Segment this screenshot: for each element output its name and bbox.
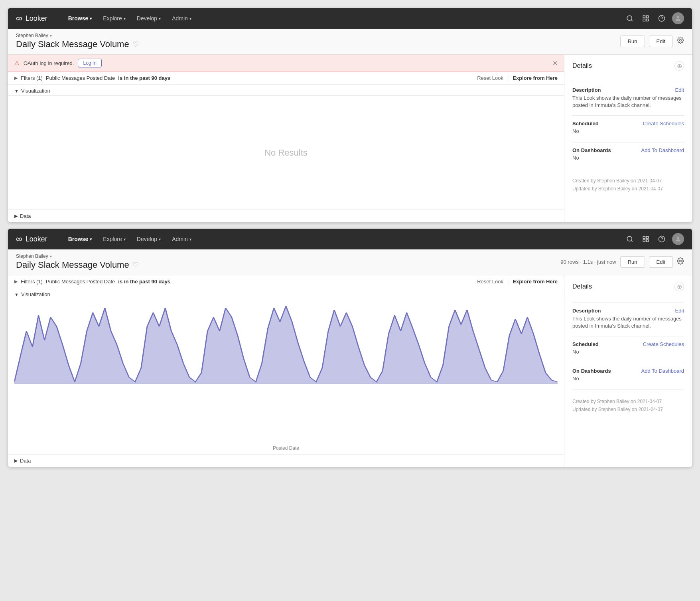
add-to-dashboard-button-1[interactable]: Add To Dashboard — [641, 147, 684, 153]
svg-rect-2 — [647, 16, 649, 18]
logo-1[interactable]: ∞ Looker — [16, 13, 47, 24]
look-header-left-2: Stephen Bailey ▾ Daily Slack Message Vol… — [16, 253, 139, 270]
svg-rect-4 — [647, 19, 649, 21]
alert-close-1[interactable]: ✕ — [552, 59, 558, 67]
viz-label-2: Visualization — [21, 291, 50, 297]
logo-icon-1: ∞ — [16, 13, 22, 24]
nav-explore-chevron-1: ▾ — [124, 16, 126, 21]
breadcrumb-text-2: Stephen Bailey — [16, 253, 48, 259]
avatar-2[interactable] — [672, 233, 684, 245]
sidebar-updated-1: Updated by Stephen Bailey on 2021-04-07 — [572, 185, 684, 193]
sidebar-sched-action-1[interactable]: Create Schedules — [643, 121, 684, 127]
sidebar-sched-row-2: Scheduled Create Schedules — [572, 341, 684, 347]
filter-divider-1: | — [507, 75, 509, 81]
sidebar-desc-text-2: This Look shows the daily number of mess… — [572, 315, 684, 330]
sidebar-desc-edit-2[interactable]: Edit — [675, 308, 684, 314]
data-toggle-icon-1: ▶ — [14, 214, 18, 219]
nav-explore-2[interactable]: Explore ▾ — [98, 233, 130, 245]
nav-admin-chevron-2: ▾ — [189, 237, 191, 241]
sidebar-dash-value-2: No — [572, 376, 684, 382]
alert-bar-1: ⚠ OAuth log in required. Log In ✕ — [8, 55, 564, 72]
run-button-1[interactable]: Run — [620, 36, 645, 47]
sidebar-meta-2: Created by Stephen Bailey on 2021-04-07 … — [572, 398, 684, 413]
help-icon-2[interactable] — [656, 233, 667, 245]
logo-2[interactable]: ∞ Looker — [16, 234, 47, 244]
viz-section-2[interactable]: ▼ Visualization — [8, 288, 564, 299]
nav-browse-1[interactable]: Browse ▾ — [63, 13, 97, 24]
look-header-right-2: 90 rows · 1.1s · just now Run Edit — [560, 256, 684, 268]
chart-x-label-2: Posted Date — [14, 444, 558, 454]
look-title-1: Daily Slack Message Volume ♡ — [16, 39, 139, 49]
gear-icon-2[interactable] — [677, 257, 684, 267]
data-section-2[interactable]: ▶ Data — [8, 454, 564, 467]
sidebar-title-2: Details — [572, 283, 592, 290]
logo-text-2: Looker — [26, 235, 47, 243]
explore-from-here-1[interactable]: Explore from Here — [513, 75, 558, 81]
gear-icon-1[interactable] — [677, 37, 684, 46]
reset-look-2[interactable]: Reset Look — [477, 279, 503, 285]
run-button-2[interactable]: Run — [620, 256, 645, 268]
filters-bar-1: ▶ Filters (1) Public Messages Posted Dat… — [8, 72, 564, 85]
viz-section-1[interactable]: ▼ Visualization — [8, 85, 564, 96]
heart-icon-1[interactable]: ♡ — [132, 40, 139, 49]
filter-toggle-1[interactable]: ▶ — [14, 75, 18, 81]
chart-container-2: Posted Date — [8, 299, 564, 454]
sidebar-sched-action-2[interactable]: Create Schedules — [643, 341, 684, 347]
grid-icon-2[interactable] — [640, 233, 651, 245]
edit-button-2[interactable]: Edit — [649, 256, 673, 268]
sidebar-divider-meta-1 — [572, 169, 684, 169]
breadcrumb-2[interactable]: Stephen Bailey ▾ — [16, 253, 139, 259]
filter-label-1: Filters (1) — [21, 75, 43, 81]
nav-develop-chevron-2: ▾ — [159, 237, 161, 241]
breadcrumb-chevron-2: ▾ — [50, 254, 52, 259]
window-2: ∞ Looker Browse ▾ Explore ▾ Develop ▾ Ad… — [8, 229, 692, 467]
sidebar-sched-label-1: Scheduled — [572, 121, 599, 127]
search-icon-1[interactable] — [624, 13, 635, 24]
nav-browse-chevron-2: ▾ — [90, 237, 92, 241]
search-icon-2[interactable] — [624, 233, 635, 245]
sidebar-divider-desc-1 — [572, 82, 684, 82]
nav-admin-label-1: Admin — [172, 15, 188, 22]
sidebar-desc-edit-1[interactable]: Edit — [675, 87, 684, 93]
filter-toggle-2[interactable]: ▶ — [14, 279, 18, 284]
add-to-dashboard-button-2[interactable]: Add To Dashboard — [641, 368, 684, 374]
logo-text-1: Looker — [26, 14, 47, 23]
nav-admin-label-2: Admin — [172, 236, 188, 242]
nav-browse-2[interactable]: Browse ▾ — [63, 233, 97, 245]
data-section-1[interactable]: ▶ Data — [8, 210, 564, 222]
data-toggle-icon-2: ▶ — [14, 458, 18, 463]
breadcrumb-1[interactable]: Stephen Bailey ▾ — [16, 33, 139, 38]
sidebar-expand-2[interactable]: ⊕ — [674, 282, 684, 291]
filters-bar-2: ▶ Filters (1) Public Messages Posted Dat… — [8, 275, 564, 288]
filter-actions-1: Reset Look | Explore from Here — [477, 75, 558, 81]
nav-develop-2[interactable]: Develop ▾ — [132, 233, 166, 245]
sidebar-sched-row-1: Scheduled Create Schedules — [572, 121, 684, 127]
nav-admin-2[interactable]: Admin ▾ — [167, 233, 196, 245]
heart-icon-2[interactable]: ♡ — [132, 261, 139, 269]
row-info-2: 90 rows · 1.1s · just now — [560, 259, 616, 265]
nav-admin-1[interactable]: Admin ▾ — [167, 13, 196, 24]
sidebar-header-2: Details ⊕ — [572, 282, 684, 291]
sidebar-expand-1[interactable]: ⊕ — [674, 61, 684, 71]
avatar-1[interactable] — [672, 12, 684, 24]
alert-content-1: ⚠ OAuth log in required. Log In — [14, 59, 102, 67]
svg-rect-3 — [643, 19, 645, 21]
nav-items-1: Browse ▾ Explore ▾ Develop ▾ Admin ▾ — [63, 13, 624, 24]
look-header-1: Stephen Bailey ▾ Daily Slack Message Vol… — [8, 29, 692, 55]
look-title-text-2: Daily Slack Message Volume — [16, 260, 129, 270]
look-sidebar-1: Details ⊕ Description Edit This Look sho… — [564, 55, 692, 222]
svg-rect-12 — [643, 240, 645, 242]
sidebar-meta-1: Created by Stephen Bailey on 2021-04-07 … — [572, 177, 684, 192]
nav-develop-1[interactable]: Develop ▾ — [132, 13, 166, 24]
nav-explore-1[interactable]: Explore ▾ — [98, 13, 130, 24]
sidebar-desc-text-1: This Look shows the daily number of mess… — [572, 95, 684, 109]
data-label-1: Data — [20, 213, 31, 219]
grid-icon-1[interactable] — [640, 13, 651, 24]
login-button-1[interactable]: Log In — [78, 59, 101, 67]
explore-from-here-2[interactable]: Explore from Here — [513, 279, 558, 285]
reset-look-1[interactable]: Reset Look — [477, 75, 503, 81]
help-icon-1[interactable] — [656, 13, 667, 24]
filter-bold-1: is in the past 90 days — [118, 75, 170, 81]
edit-button-1[interactable]: Edit — [649, 36, 673, 47]
nav-right-1 — [624, 12, 684, 24]
